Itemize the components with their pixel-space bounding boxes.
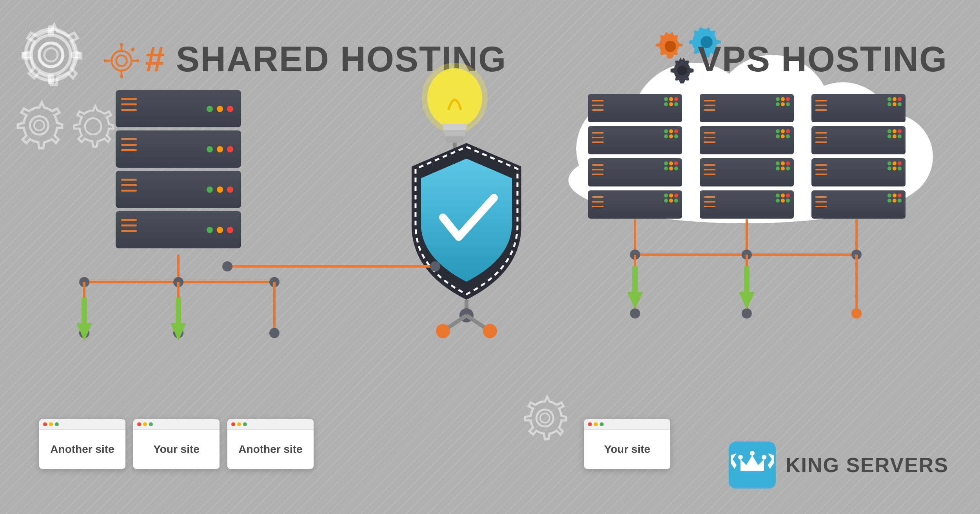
browser-dot-yellow-vps — [594, 422, 598, 426]
server-stack-shared — [116, 90, 241, 252]
gear-vps-orange-icon — [655, 29, 686, 61]
main-container: # SHARED HOSTING — [0, 0, 980, 514]
svg-point-32 — [79, 328, 89, 338]
gear-large-icon — [18, 22, 84, 88]
browser-dot-red-1 — [43, 422, 47, 426]
svg-marker-79 — [627, 292, 643, 309]
browser-content-your-vps: Your site — [584, 430, 670, 469]
svg-rect-35 — [82, 298, 87, 323]
svg-point-28 — [269, 277, 279, 287]
svg-point-82 — [536, 409, 553, 426]
svg-point-75 — [630, 308, 640, 319]
svg-point-85 — [738, 455, 743, 460]
browser-dot-yellow-1 — [49, 422, 53, 426]
svg-point-83 — [540, 413, 550, 423]
vps-server-3-4 — [811, 190, 906, 219]
vps-server-1-2 — [588, 126, 682, 154]
svg-rect-23 — [131, 47, 135, 52]
browser-another-site-2: Another site — [227, 419, 314, 469]
svg-point-9 — [44, 48, 58, 62]
svg-rect-21 — [104, 59, 107, 62]
browser-titlebar-vps — [584, 419, 670, 430]
svg-marker-38 — [171, 323, 186, 341]
vps-server-3-2 — [811, 126, 906, 154]
hash-icon: # — [145, 40, 165, 79]
svg-rect-19 — [120, 43, 123, 47]
browser-content-1: Another site — [39, 430, 125, 469]
svg-marker-36 — [76, 323, 92, 341]
svg-rect-42 — [445, 130, 465, 136]
browser-dot-red-vps — [588, 422, 592, 426]
svg-rect-20 — [120, 75, 123, 78]
svg-point-8 — [39, 43, 63, 67]
svg-point-69 — [630, 250, 640, 260]
svg-point-12 — [85, 118, 101, 134]
gear-orange-icon — [104, 43, 139, 78]
svg-rect-37 — [176, 298, 181, 323]
vps-hosting-title: VPS HOSTING — [698, 39, 947, 80]
light-green — [207, 106, 213, 112]
svg-point-27 — [173, 277, 183, 287]
light-red — [227, 106, 233, 112]
svg-point-11 — [34, 120, 44, 130]
vps-server-3-3 — [811, 158, 906, 186]
browser-titlebar-3 — [227, 419, 314, 430]
king-servers-logo — [727, 440, 778, 490]
svg-point-63 — [677, 65, 687, 75]
svg-point-40 — [422, 63, 488, 133]
vps-server-stacks — [588, 94, 906, 219]
browser-dot-green-3 — [243, 422, 247, 426]
browser-titlebar-1 — [39, 419, 125, 430]
browser-titlebar-2 — [133, 419, 220, 430]
king-servers-text: KING SERVERS — [786, 453, 949, 477]
gear-bottom-vps-icon — [521, 395, 568, 442]
svg-marker-81 — [739, 292, 755, 309]
server-unit-3 — [116, 171, 241, 208]
vps-server-3-1 — [811, 94, 906, 122]
svg-point-77 — [851, 308, 862, 319]
browser-dot-green-1 — [55, 422, 59, 426]
browser-your-site-vps: Your site — [584, 419, 670, 469]
browser-dot-green-vps — [600, 422, 604, 426]
gear-vps-dark-icon — [668, 57, 696, 84]
vps-server-2-3 — [700, 158, 794, 186]
vps-server-2-1 — [700, 94, 794, 122]
browser-another-site-1: Another site — [39, 419, 125, 469]
svg-point-10 — [30, 116, 49, 135]
svg-point-14 — [116, 56, 127, 66]
server-lights-4 — [207, 227, 233, 233]
browser-dot-yellow-3 — [237, 422, 241, 426]
server-unit-2 — [116, 130, 241, 168]
svg-point-71 — [851, 250, 862, 260]
browser-content-2: Another site — [227, 430, 314, 469]
vps-server-column-2 — [700, 94, 794, 219]
browser-dot-green-2 — [149, 422, 153, 426]
svg-point-86 — [750, 451, 755, 456]
vps-server-column-1 — [588, 94, 682, 219]
vps-server-column-3 — [811, 94, 906, 219]
svg-point-13 — [112, 51, 131, 71]
svg-rect-41 — [443, 124, 466, 130]
server-lights-3 — [207, 186, 233, 193]
vps-server-1-1 — [588, 94, 682, 122]
svg-point-34 — [269, 328, 279, 338]
vps-hosting-section: VPS HOSTING — [490, 0, 980, 514]
svg-point-87 — [762, 455, 766, 460]
svg-point-50 — [436, 324, 450, 338]
server-unit-1 — [116, 90, 241, 127]
svg-point-26 — [79, 277, 89, 287]
svg-point-61 — [665, 41, 676, 52]
king-servers-brand: KING SERVERS — [727, 440, 949, 490]
svg-rect-80 — [744, 266, 750, 292]
svg-rect-22 — [136, 59, 139, 62]
browser-your-site-shared: Your site — [133, 419, 220, 469]
svg-rect-78 — [632, 266, 638, 292]
svg-point-70 — [742, 250, 752, 260]
server-lights-1 — [207, 106, 233, 112]
light-orange — [217, 106, 223, 112]
vps-server-2-4 — [700, 190, 794, 219]
svg-point-33 — [173, 328, 183, 338]
vps-server-1-4 — [588, 190, 682, 219]
browser-dot-red-2 — [137, 422, 141, 426]
browser-dot-yellow-2 — [143, 422, 147, 426]
